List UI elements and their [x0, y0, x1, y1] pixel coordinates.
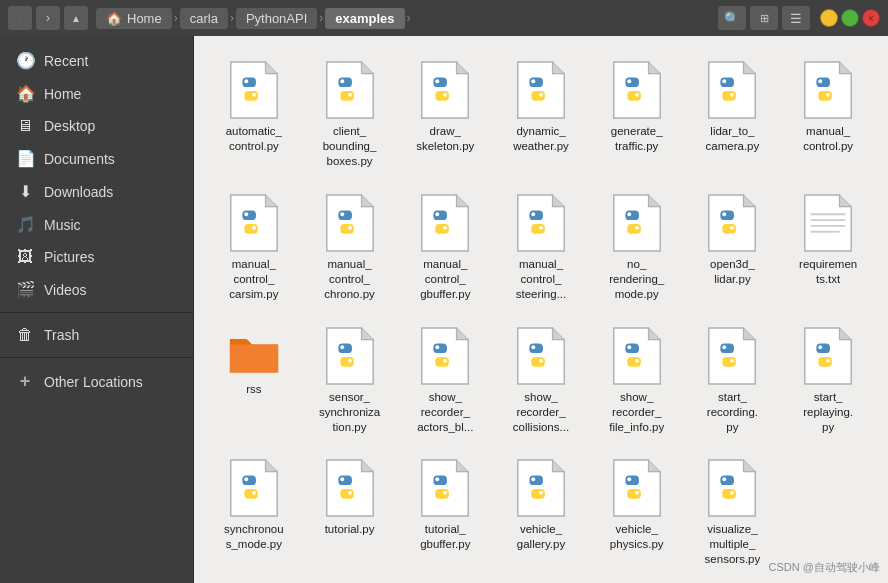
svg-rect-50: [338, 210, 352, 220]
file-item[interactable]: synchronou s_mode.py: [210, 450, 298, 575]
python-file-icon: [802, 60, 854, 120]
music-icon: 🎵: [16, 215, 34, 234]
svg-rect-11: [348, 93, 352, 97]
svg-rect-94: [436, 357, 450, 367]
svg-rect-15: [436, 79, 440, 83]
breadcrumb-sep-1: ›: [174, 11, 178, 25]
svg-marker-13: [457, 62, 469, 74]
svg-rect-9: [340, 79, 344, 83]
home-nav-icon: 🏠: [16, 84, 34, 103]
sidebar-item-home[interactable]: 🏠 Home: [0, 77, 193, 110]
svg-rect-23: [539, 93, 543, 97]
svg-marker-1: [265, 62, 277, 74]
svg-rect-22: [531, 91, 545, 101]
svg-rect-123: [244, 478, 248, 482]
back-button[interactable]: ‹: [8, 6, 32, 30]
svg-marker-49: [361, 195, 373, 207]
svg-marker-31: [744, 62, 756, 74]
file-item[interactable]: requiremen ts.txt: [784, 185, 872, 310]
close-button[interactable]: ×: [862, 9, 880, 27]
forward-button[interactable]: ›: [36, 6, 60, 30]
file-item[interactable]: client_ bounding_ boxes.py: [306, 52, 394, 177]
file-item[interactable]: dynamic_ weather.py: [497, 52, 585, 177]
sidebar-item-other-locations[interactable]: + Other Locations: [0, 364, 193, 399]
svg-rect-2: [242, 77, 256, 87]
svg-rect-58: [436, 224, 450, 234]
minimize-button[interactable]: [820, 9, 838, 27]
file-item[interactable]: vehicle_ physics.py: [593, 450, 681, 575]
file-item[interactable]: start_ recording. py: [689, 318, 777, 443]
menu-button[interactable]: ☰: [782, 6, 810, 30]
sidebar-item-videos[interactable]: 🎬 Videos: [0, 273, 193, 306]
file-item[interactable]: manual_ control_ gbuffer.py: [401, 185, 489, 310]
svg-rect-53: [348, 226, 352, 230]
sidebar-item-recent[interactable]: 🕐 Recent: [0, 44, 193, 77]
up-button[interactable]: ▲: [64, 6, 88, 30]
svg-rect-74: [721, 210, 735, 220]
svg-rect-10: [340, 91, 354, 101]
svg-rect-41: [826, 93, 830, 97]
svg-rect-26: [625, 77, 639, 87]
file-name: show_ recorder_ actors_bl...: [417, 390, 473, 435]
svg-marker-73: [744, 195, 756, 207]
breadcrumb-pythonapi[interactable]: PythonAPI: [236, 8, 317, 29]
file-item[interactable]: manual_ control_ carsim.py: [210, 185, 298, 310]
view-toggle-button[interactable]: ⊞: [750, 6, 778, 30]
file-item[interactable]: no_ rendering_ mode.py: [593, 185, 681, 310]
breadcrumb-examples[interactable]: examples: [325, 8, 404, 29]
file-item[interactable]: show_ recorder_ collisions...: [497, 318, 585, 443]
svg-rect-143: [539, 491, 543, 495]
svg-rect-87: [340, 345, 344, 349]
file-item[interactable]: visualize_ multiple_ sensors.py: [689, 450, 777, 575]
file-item[interactable]: draw_ skeleton.py: [401, 52, 489, 177]
sidebar-item-pictures[interactable]: 🖼 Pictures: [0, 241, 193, 273]
sidebar-item-downloads[interactable]: ⬇ Downloads: [0, 175, 193, 208]
svg-marker-139: [553, 460, 565, 472]
maximize-button[interactable]: [841, 9, 859, 27]
svg-rect-28: [627, 91, 641, 101]
sidebar-item-trash[interactable]: 🗑 Trash: [0, 319, 193, 351]
file-item[interactable]: lidar_to_ camera.py: [689, 52, 777, 177]
file-item[interactable]: generate_ traffic.py: [593, 52, 681, 177]
svg-rect-104: [625, 343, 639, 353]
python-file-icon: [419, 458, 471, 518]
file-item[interactable]: rss: [210, 318, 298, 443]
file-item[interactable]: manual_ control_ chrono.py: [306, 185, 394, 310]
svg-marker-85: [361, 328, 373, 340]
window-controls: ×: [820, 9, 880, 27]
file-item[interactable]: automatic_ control.py: [210, 52, 298, 177]
file-item[interactable]: vehicle_ gallery.py: [497, 450, 585, 575]
svg-rect-149: [635, 491, 639, 495]
svg-rect-29: [635, 93, 639, 97]
svg-rect-137: [443, 491, 447, 495]
file-name: client_ bounding_ boxes.py: [323, 124, 377, 169]
file-item[interactable]: manual_ control.py: [784, 52, 872, 177]
svg-rect-16: [436, 91, 450, 101]
file-name: sensor_ synchroniza tion.py: [319, 390, 380, 435]
file-item[interactable]: open3d_ lidar.py: [689, 185, 777, 310]
svg-rect-88: [340, 357, 354, 367]
file-item[interactable]: tutorial.py: [306, 450, 394, 575]
file-item[interactable]: show_ recorder_ actors_bl...: [401, 318, 489, 443]
svg-marker-145: [648, 460, 660, 472]
breadcrumb-carla[interactable]: carla: [180, 8, 228, 29]
svg-rect-62: [529, 210, 543, 220]
file-name: start_ replaying. py: [803, 390, 853, 435]
file-grid: automatic_ control.py client_ bounding_ …: [210, 52, 872, 575]
python-file-icon: [419, 193, 471, 253]
breadcrumb-home[interactable]: 🏠 Home: [96, 8, 172, 29]
file-item[interactable]: tutorial_ gbuffer.py: [401, 450, 489, 575]
sidebar-item-desktop[interactable]: 🖥 Desktop: [0, 110, 193, 142]
sidebar-item-music[interactable]: 🎵 Music: [0, 208, 193, 241]
svg-rect-8: [338, 77, 352, 87]
watermark: CSDN @自动驾驶小峰: [769, 560, 880, 575]
svg-rect-148: [627, 489, 641, 499]
search-button[interactable]: 🔍: [718, 6, 746, 30]
file-item[interactable]: manual_ control_ steering...: [497, 185, 585, 310]
file-item[interactable]: start_ replaying. py: [784, 318, 872, 443]
file-item[interactable]: sensor_ synchroniza tion.py: [306, 318, 394, 443]
sidebar-item-documents[interactable]: 📄 Documents: [0, 142, 193, 175]
file-item[interactable]: show_ recorder_ file_info.py: [593, 318, 681, 443]
svg-rect-20: [529, 77, 543, 87]
svg-marker-55: [457, 195, 469, 207]
